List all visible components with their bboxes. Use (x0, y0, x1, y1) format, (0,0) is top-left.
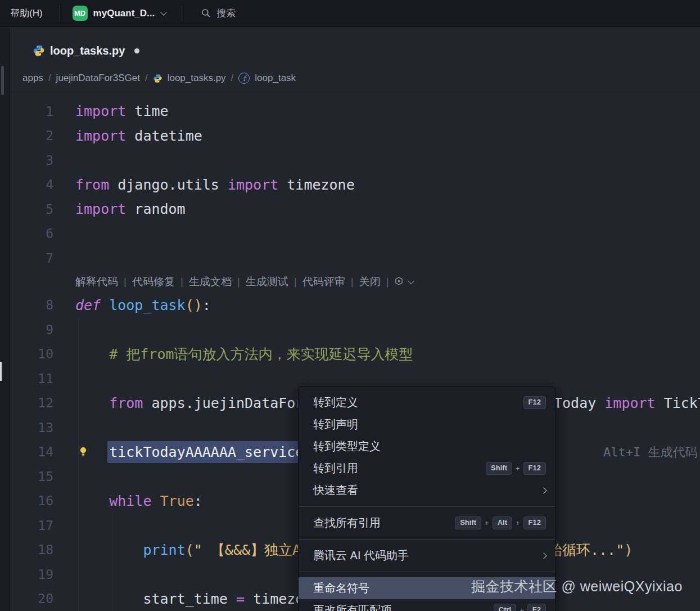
code-line[interactable]: 2import datetime (10, 124, 700, 149)
line-content[interactable]: start_time = timezo (53, 592, 304, 606)
line-content[interactable]: print(" 【&&&】独立AP (53, 543, 309, 557)
keyboard-key: F12 (523, 396, 546, 408)
menu-item[interactable]: 转到引用Shift+F12 (299, 457, 555, 479)
line-content[interactable]: from apps.juejinDataFor3SG (53, 396, 329, 410)
line-content[interactable]: def loop_task(): (53, 298, 211, 312)
line-number[interactable]: 15 (10, 469, 53, 484)
line-content[interactable]: from django.utils import timezone (53, 178, 355, 192)
line-content[interactable]: tickTodayAAAAAA_service (53, 445, 305, 459)
line-number[interactable]: 5 (10, 202, 53, 217)
chevron-down-icon[interactable] (161, 9, 167, 15)
line-number[interactable]: 7 (10, 251, 53, 266)
menu-item[interactable]: 转到类型定义 (299, 435, 555, 457)
menu-item[interactable]: 转到声明 (299, 414, 555, 435)
codelens-action[interactable]: 关闭 (359, 275, 381, 289)
line-content[interactable]: import datetime (53, 129, 202, 143)
ai-assistant-icon[interactable] (395, 276, 403, 288)
submenu-arrow-icon (540, 552, 547, 559)
line-content[interactable]: import random (53, 202, 186, 216)
codelens-action[interactable]: 代码评审 (302, 275, 345, 289)
line-number[interactable]: 1 (10, 104, 53, 119)
line-number[interactable]: 13 (10, 420, 53, 435)
codelens-action[interactable]: 解释代码 (75, 275, 118, 289)
line-content[interactable]: while True: (53, 494, 202, 508)
modified-indicator[interactable] (134, 48, 139, 53)
code-token: random (126, 201, 185, 217)
shortcut-joiner: + (485, 519, 489, 527)
line-number[interactable]: 10 (10, 347, 53, 361)
keyboard-key: F2 (527, 604, 546, 611)
line-number[interactable]: 3 (10, 153, 53, 168)
chevron-down-icon[interactable] (408, 277, 414, 284)
line-number[interactable]: 4 (10, 177, 53, 192)
project-selector[interactable]: myQuant_D... (93, 8, 155, 19)
breadcrumb-apps[interactable]: apps (22, 73, 43, 84)
ai-codelens: 解释代码|代码修复|生成文档|生成测试|代码评审|关闭| (10, 271, 700, 293)
line-number[interactable]: 8 (10, 298, 53, 312)
python-file-icon (33, 44, 45, 57)
menu-item-label: 转到声明 (313, 417, 358, 432)
line-number[interactable]: 16 (10, 493, 53, 508)
breadcrumb-package[interactable]: juejinDataFor3SGet (56, 73, 140, 84)
keyboard-key: Shift (455, 516, 481, 529)
codelens-action[interactable]: 代码修复 (132, 275, 175, 289)
breadcrumb-file[interactable]: loop_tasks.py (168, 73, 226, 84)
tab-loop-tasks[interactable]: loop_tasks.py (10, 44, 139, 57)
code-token: import (75, 201, 126, 217)
code-line[interactable]: 9 (10, 317, 700, 342)
code-line[interactable]: 7 (10, 246, 700, 271)
code-token: Today (554, 395, 604, 411)
code-line[interactable]: 5import random (10, 197, 700, 222)
codelens-action[interactable]: 生成文档 (189, 275, 232, 289)
code-line[interactable]: 1import time (10, 99, 700, 124)
menu-item[interactable]: 快速查看 (299, 479, 555, 501)
title-bar: 帮助(H) MD myQuant_D... 搜索 (0, 0, 700, 27)
line-number[interactable]: 20 (10, 591, 53, 606)
lightbulb-icon[interactable] (79, 447, 88, 457)
menu-help[interactable]: 帮助(H) (6, 3, 47, 23)
line-number[interactable]: 18 (10, 542, 53, 557)
menu-item-label: 转到定义 (313, 395, 358, 410)
keyboard-key: Shift (486, 462, 512, 474)
code-token: ( (186, 542, 194, 558)
line-number[interactable]: 12 (10, 396, 53, 410)
codelens-separator: | (180, 276, 183, 288)
code-line[interactable]: 10 # 把from语句放入方法内，来实现延迟导入模型 (10, 342, 700, 367)
code-token: timezo (245, 591, 304, 607)
code-line[interactable]: 3 (10, 148, 700, 173)
project-badge[interactable]: MD (73, 6, 88, 21)
line-number[interactable]: 2 (10, 128, 53, 143)
code-line[interactable]: 8def loop_task(): (10, 293, 700, 318)
menu-item-label: 更改所有匹配项 (313, 603, 392, 611)
code-token: start_time (75, 591, 236, 607)
line-content[interactable]: import time (53, 104, 169, 118)
header-divider (10, 92, 700, 92)
code-token: loop_task (101, 297, 186, 313)
shortcut-joiner: + (516, 519, 520, 527)
menu-item[interactable]: 腾讯云 AI 代码助手 (299, 545, 555, 567)
code-token: print (143, 542, 185, 558)
line-number[interactable]: 14 (10, 444, 53, 459)
menu-item[interactable]: 更改所有匹配项Ctrl+F2 (299, 599, 555, 611)
code-line[interactable]: 6 (10, 222, 700, 246)
line-content[interactable]: # 把from语句放入方法内，来实现延迟导入模型 (53, 347, 413, 361)
codelens-action[interactable]: 生成测试 (246, 275, 288, 289)
menu-item[interactable]: 转到定义F12 (299, 392, 555, 414)
breadcrumb-separator: / (231, 73, 234, 84)
menu-separator (299, 539, 555, 540)
code-line[interactable]: 4from django.utils import timezone (10, 173, 700, 197)
line-number[interactable]: 19 (10, 567, 53, 582)
search-box[interactable]: 搜索 (197, 3, 240, 23)
menu-item[interactable]: 查找所有引用Shift+Alt+F12 (299, 512, 555, 534)
python-file-icon (153, 74, 162, 83)
titlebar-divider (60, 5, 60, 22)
line-number[interactable]: 11 (10, 371, 53, 386)
scroll-thumb[interactable] (1, 66, 4, 95)
breadcrumb-symbol[interactable]: loop_task (255, 73, 296, 84)
function-symbol-icon: f (238, 73, 250, 84)
line-number[interactable]: 9 (10, 322, 53, 337)
line-number[interactable]: 6 (10, 226, 53, 241)
code-token: from (75, 177, 109, 193)
code-token: django.utils (109, 177, 228, 193)
line-number[interactable]: 17 (10, 518, 53, 533)
